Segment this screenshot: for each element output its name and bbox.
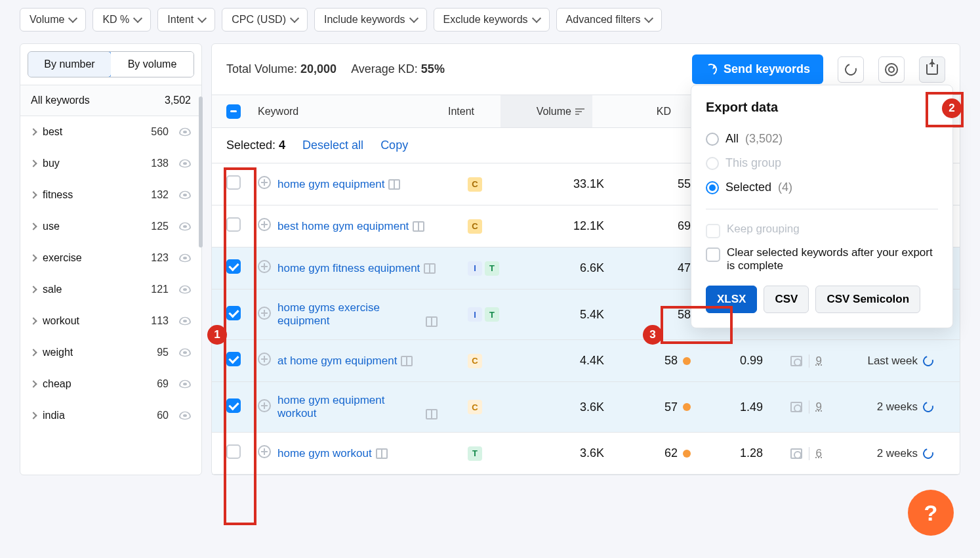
eye-icon[interactable] (179, 380, 191, 389)
eye-icon[interactable] (179, 160, 191, 168)
expand-icon[interactable] (258, 218, 271, 231)
keyword-link[interactable]: home gyms exercise equipment (277, 301, 422, 328)
scrollbar[interactable] (199, 97, 203, 247)
cell-volume: 3.6K (520, 400, 612, 414)
eye-icon[interactable] (179, 317, 191, 326)
group-name: cheap (43, 378, 150, 390)
serp-features-icon[interactable] (413, 221, 424, 232)
filter-cpc[interactable]: CPC (USD) (222, 8, 308, 32)
sidebar-group-item[interactable]: best560 (20, 116, 201, 148)
export-clear-selected[interactable]: Clear selected keywords after your expor… (706, 242, 938, 276)
tab-by-number[interactable]: By number (28, 51, 112, 77)
cell-kd: 69 (612, 219, 691, 233)
filter-exclude[interactable]: Exclude keywords (434, 8, 550, 32)
keyword-link[interactable]: best home gym equipment (277, 220, 409, 233)
serp-features-icon[interactable] (426, 409, 438, 419)
group-name: exercise (43, 252, 144, 264)
row-checkbox[interactable] (226, 259, 241, 274)
eye-icon[interactable] (179, 223, 191, 231)
row-checkbox[interactable] (226, 398, 241, 413)
sidebar-group-item[interactable]: workout113 (20, 305, 201, 337)
send-keywords-button[interactable]: Send keywords (692, 54, 823, 84)
keyword-link[interactable]: home gym workout (277, 447, 372, 460)
refresh-icon[interactable] (921, 400, 935, 414)
deselect-all-link[interactable]: Deselect all (302, 139, 363, 152)
row-checkbox[interactable] (226, 306, 241, 320)
expand-icon[interactable] (258, 399, 271, 412)
cell-cpc: 1.49 (691, 400, 763, 414)
row-checkbox[interactable] (226, 217, 241, 232)
export-csv-semicolon-button[interactable]: CSV Semicolon (815, 286, 920, 313)
cell-keyword: home gym fitness equipment (277, 262, 468, 275)
filter-volume[interactable]: Volume (20, 8, 86, 32)
filter-intent[interactable]: Intent (157, 8, 215, 32)
sidebar-group-item[interactable]: weight95 (20, 337, 201, 368)
expand-icon[interactable] (258, 260, 271, 273)
export-csv-button[interactable]: CSV (764, 286, 809, 313)
row-checkbox[interactable] (226, 175, 241, 190)
refresh-button[interactable] (838, 56, 864, 83)
filter-kd[interactable]: KD % (92, 8, 151, 32)
export-option-all[interactable]: All (3,502) (706, 127, 938, 151)
col-keyword[interactable]: Keyword (258, 106, 448, 118)
cell-intent: C (468, 219, 520, 234)
sidebar-group-item[interactable]: buy138 (20, 148, 201, 179)
chevron-right-icon (30, 254, 37, 261)
serp-features-icon[interactable] (401, 356, 413, 366)
export-option-this-group: This group (706, 151, 938, 175)
filter-advanced[interactable]: Advanced filters (556, 8, 663, 32)
row-checkbox[interactable] (226, 444, 241, 459)
expand-icon[interactable] (258, 307, 271, 320)
eye-icon[interactable] (179, 128, 191, 137)
cell-kd: 58 (612, 308, 691, 322)
sidebar-group-item[interactable]: cheap69 (20, 368, 201, 400)
sidebar-group-item[interactable]: exercise123 (20, 242, 201, 274)
eye-icon[interactable] (179, 286, 191, 294)
keyword-link[interactable]: home gym fitness equipment (277, 262, 420, 275)
cell-volume: 6.6K (520, 261, 612, 275)
expand-icon[interactable] (258, 445, 271, 458)
help-button[interactable]: ? (908, 490, 954, 536)
settings-button[interactable] (878, 56, 905, 83)
export-button[interactable] (919, 56, 945, 83)
cell-keyword: home gym equipment (277, 178, 468, 191)
chevron-right-icon (30, 160, 37, 167)
group-count: 132 (151, 189, 169, 201)
cell-extras: 9 (763, 354, 822, 368)
export-icon (926, 64, 938, 75)
group-count: 125 (151, 221, 169, 232)
keyword-link[interactable]: home gym equipment (277, 178, 384, 191)
serp-features-icon[interactable] (388, 179, 400, 190)
copy-link[interactable]: Copy (380, 139, 408, 152)
keyword-link[interactable]: home gym equipment workout (277, 394, 422, 420)
row-checkbox[interactable] (226, 352, 241, 366)
sidebar-group-item[interactable]: fitness132 (20, 179, 201, 211)
tab-by-volume[interactable]: By volume (111, 52, 194, 77)
serp-features-icon[interactable] (426, 316, 438, 327)
sidebar-group-item[interactable]: india60 (20, 400, 201, 431)
expand-icon[interactable] (258, 176, 271, 189)
serp-features-icon[interactable] (424, 263, 436, 274)
col-intent[interactable]: Intent (448, 106, 500, 118)
sidebar-group-item[interactable]: sale121 (20, 274, 201, 305)
expand-icon[interactable] (258, 353, 271, 366)
sidebar-group-item[interactable]: use125 (20, 211, 201, 242)
export-option-selected[interactable]: Selected (4) (706, 175, 938, 200)
keyword-link[interactable]: at home gym equipment (277, 354, 397, 368)
refresh-icon[interactable] (921, 446, 935, 461)
col-kd[interactable]: KD (592, 106, 671, 118)
filter-include[interactable]: Include keywords (314, 8, 427, 32)
col-volume[interactable]: Volume (500, 95, 592, 127)
export-xlsx-button[interactable]: XLSX (706, 286, 757, 313)
eye-icon[interactable] (179, 254, 191, 263)
eye-icon[interactable] (179, 349, 191, 357)
refresh-icon[interactable] (921, 354, 935, 368)
all-keywords-row[interactable]: All keywords 3,502 (20, 85, 201, 116)
eye-icon[interactable] (179, 412, 191, 420)
intent-badge: C (468, 177, 482, 192)
group-name: use (43, 221, 144, 232)
eye-icon[interactable] (179, 191, 191, 200)
select-all-checkbox[interactable] (226, 104, 241, 119)
table-row: home gym workoutT3.6K62 1.2862 weeks (212, 433, 960, 475)
serp-features-icon[interactable] (376, 448, 388, 459)
